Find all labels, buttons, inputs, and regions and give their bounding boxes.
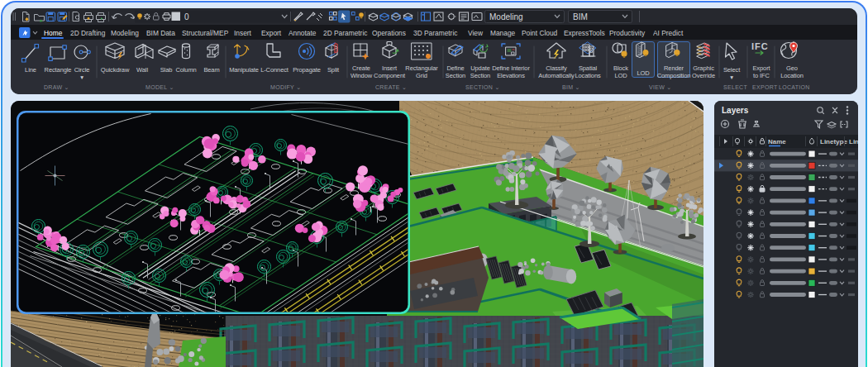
svg-text:Modeling: Modeling <box>489 12 523 21</box>
svg-text:Name: Name <box>768 138 786 145</box>
svg-text:Layers: Layers <box>722 106 749 115</box>
svg-text:0: 0 <box>184 12 189 21</box>
svg-text:IFC: IFC <box>751 41 769 51</box>
svg-text:Lin: Lin <box>849 138 858 145</box>
svg-text:Linetype: Linetype <box>820 138 847 145</box>
svg-text:BIM: BIM <box>573 12 588 21</box>
